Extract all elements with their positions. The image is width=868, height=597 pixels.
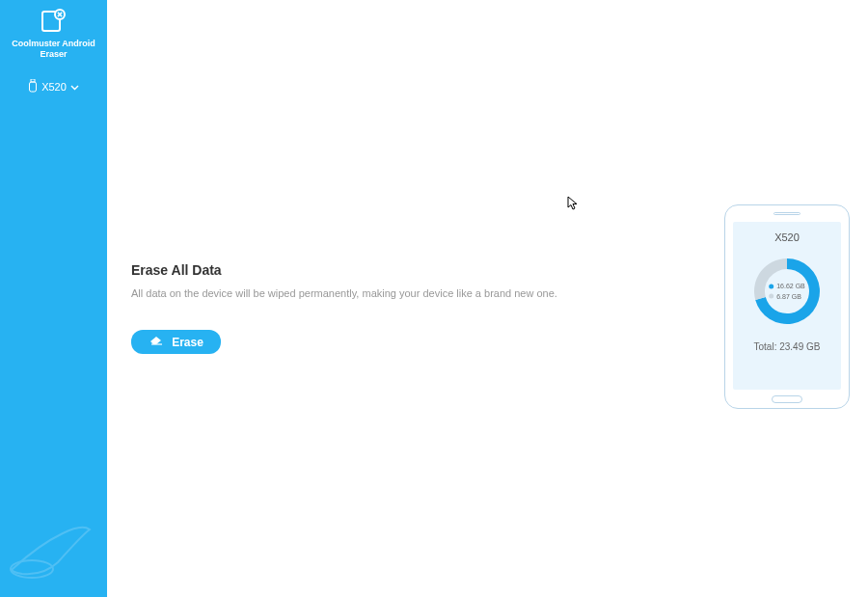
legend-used-label: 16.62 GB — [776, 282, 805, 292]
storage-donut-chart: 16.62 GB 6.87 GB — [750, 255, 824, 328]
legend-free-label: 6.87 GB — [776, 291, 801, 302]
legend-dot-used — [769, 284, 773, 288]
device-selector-label: X520 — [41, 81, 67, 93]
svg-rect-3 — [30, 82, 37, 92]
page-heading: Erase All Data — [131, 262, 222, 278]
storage-total: Total: 23.49 GB — [754, 341, 821, 352]
page-subheading: All data on the device will be wiped per… — [131, 287, 557, 299]
device-info-panel: X520 16.62 GB 6.87 GB Total: 23 — [724, 204, 850, 409]
app-logo-icon — [38, 8, 70, 35]
main-content: Erase All Data All data on the device wi… — [107, 0, 868, 597]
sidebar: Coolmuster Android Eraser X520 — [0, 0, 107, 597]
phone-frame: X520 16.62 GB 6.87 GB Total: 23 — [724, 204, 850, 409]
eraser-watermark-icon — [5, 516, 96, 587]
eraser-icon — [149, 336, 164, 349]
cursor-icon — [567, 196, 579, 215]
phone-screen: X520 16.62 GB 6.87 GB Total: 23 — [733, 222, 841, 390]
usb-icon — [28, 79, 38, 95]
phone-home-icon — [772, 395, 802, 403]
legend-free: 6.87 GB — [769, 291, 805, 302]
device-name: X520 — [774, 231, 800, 243]
storage-legend: 16.62 GB 6.87 GB — [769, 282, 805, 302]
legend-used: 16.62 GB — [769, 282, 805, 292]
erase-button[interactable]: Erase — [131, 330, 221, 354]
device-selector[interactable]: X520 — [28, 79, 79, 95]
erase-button-label: Erase — [172, 336, 203, 349]
phone-speaker-icon — [773, 212, 800, 215]
chevron-down-icon — [70, 81, 79, 93]
app-title: Coolmuster Android Eraser — [0, 39, 107, 60]
legend-dot-free — [769, 294, 773, 299]
